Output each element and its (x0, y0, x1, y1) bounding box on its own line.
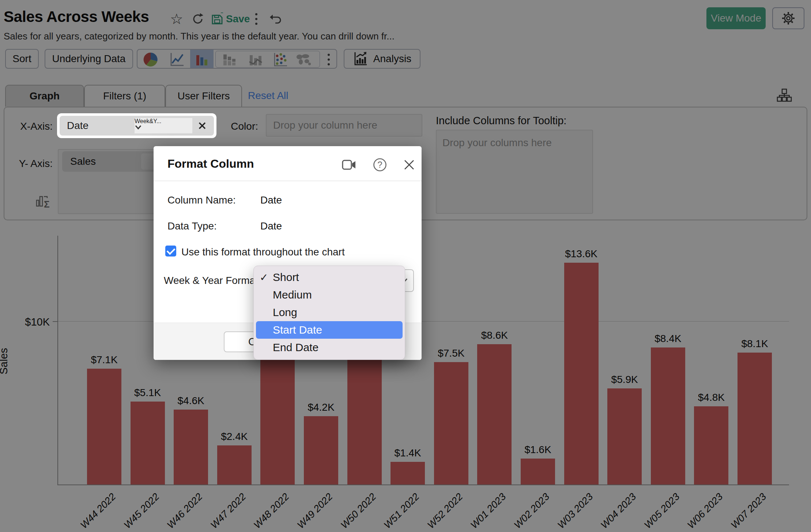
use-format-checkbox[interactable] (165, 246, 176, 256)
column-name-label: Column Name: (167, 194, 236, 206)
dialog-title: Format Column (167, 157, 254, 171)
remove-x-axis-field-icon[interactable] (197, 121, 207, 130)
dropdown-option-long[interactable]: Long (254, 304, 405, 321)
help-icon[interactable]: ? (373, 158, 387, 172)
column-name-value: Date (260, 194, 282, 206)
use-format-checkbox-label: Use this format throughout the chart (181, 246, 345, 258)
week-year-format-label: Week & Year Format: (164, 275, 261, 286)
check-icon: ✓ (260, 271, 268, 284)
x-axis-format-pill[interactable]: Week&Y... (135, 118, 192, 133)
svg-text:?: ? (377, 160, 382, 170)
dropdown-option-start-date[interactable]: Start Date (256, 321, 403, 339)
dropdown-option-medium[interactable]: Medium (254, 286, 405, 304)
app-window: Sales Across Weeks Sales for all years, … (0, 0, 811, 532)
video-icon[interactable] (342, 159, 357, 171)
format-options-dropdown: ✓ Short Medium Long Start Date End Date (253, 266, 405, 360)
dropdown-option-short[interactable]: ✓ Short (254, 269, 405, 286)
x-axis-field-spotlight: Date Week&Y... (57, 113, 216, 138)
close-icon[interactable] (403, 159, 415, 171)
data-type-value: Date (260, 220, 282, 232)
x-axis-field-name: Date (60, 120, 88, 132)
chevron-down-icon (135, 125, 142, 130)
x-axis-field-chip[interactable]: Date Week&Y... (60, 116, 214, 136)
dropdown-option-end-date[interactable]: End Date (254, 339, 405, 356)
data-type-label: Data Type: (167, 220, 217, 232)
dialog-header-divider (154, 180, 422, 181)
x-axis-format-label: Week&Y... (135, 118, 161, 124)
